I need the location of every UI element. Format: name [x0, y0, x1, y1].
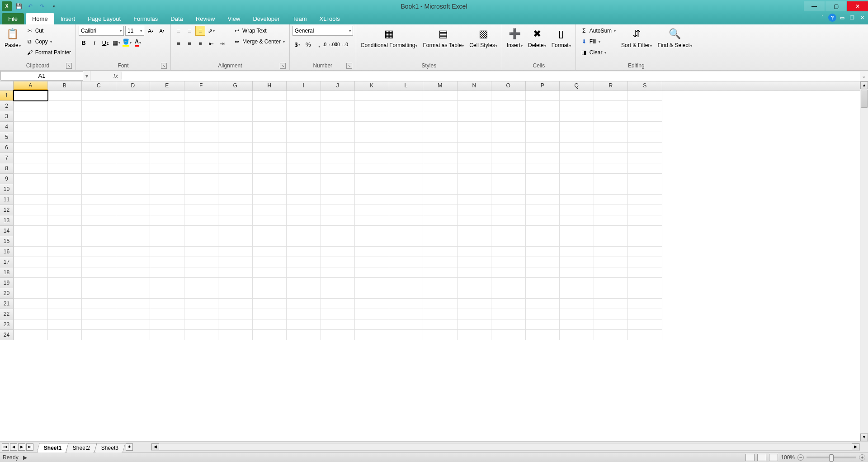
cell-B24[interactable] [48, 330, 82, 340]
cell-A11[interactable] [14, 195, 48, 205]
cell-I2[interactable] [287, 101, 321, 111]
find-select-button[interactable]: 🔍Find & Select▾ [656, 26, 693, 49]
scroll-up-icon[interactable]: ▲ [860, 81, 868, 89]
cell-P5[interactable] [526, 132, 560, 143]
cell-L23[interactable] [389, 319, 424, 330]
cell-H2[interactable] [253, 101, 287, 111]
cell-B4[interactable] [48, 122, 82, 132]
font-size-combo[interactable]: 11 [125, 26, 144, 36]
name-box-dropdown-icon[interactable]: ▾ [84, 73, 90, 79]
align-left-icon[interactable]: ≡ [174, 38, 184, 48]
cell-R17[interactable] [594, 257, 628, 267]
cell-D1[interactable] [116, 90, 151, 101]
cell-N21[interactable] [458, 299, 492, 309]
column-header-N[interactable]: N [458, 81, 492, 90]
sort-filter-button[interactable]: ⇵Sort & Filter▾ [619, 26, 654, 49]
cell-L10[interactable] [389, 184, 424, 195]
cell-H18[interactable] [253, 267, 287, 278]
cell-S3[interactable] [628, 111, 662, 122]
cell-J20[interactable] [321, 288, 355, 299]
row-header-2[interactable]: 2 [0, 101, 14, 111]
cell-S11[interactable] [628, 195, 662, 205]
cell-O11[interactable] [491, 195, 526, 205]
cell-P4[interactable] [526, 122, 560, 132]
cell-E12[interactable] [150, 205, 184, 215]
decrease-decimal-icon[interactable]: .00→.0 [336, 39, 346, 49]
cell-R7[interactable] [594, 153, 628, 163]
cell-L22[interactable] [389, 309, 424, 319]
cell-styles-button[interactable]: ▧Cell Styles▾ [467, 26, 499, 49]
cell-C10[interactable] [82, 184, 116, 195]
row-header-6[interactable]: 6 [0, 143, 14, 153]
cell-A24[interactable] [14, 330, 48, 340]
autosum-button[interactable]: ΣAutoSum▾ [579, 26, 618, 36]
cell-J5[interactable] [321, 132, 355, 143]
scroll-down-icon[interactable]: ▼ [860, 433, 868, 441]
cell-B15[interactable] [48, 236, 82, 247]
cell-M1[interactable] [423, 90, 458, 101]
cell-A1[interactable] [14, 90, 48, 101]
cell-I9[interactable] [287, 174, 321, 184]
zoom-level[interactable]: 100% [781, 454, 795, 461]
cell-C19[interactable] [82, 278, 116, 288]
cell-Q22[interactable] [560, 309, 594, 319]
tab-view[interactable]: View [221, 13, 246, 24]
tab-prev-icon[interactable]: ◀ [10, 443, 17, 451]
row-header-23[interactable]: 23 [0, 319, 14, 330]
cell-M2[interactable] [423, 101, 458, 111]
cell-R15[interactable] [594, 236, 628, 247]
cell-A14[interactable] [14, 226, 48, 236]
cell-S13[interactable] [628, 215, 662, 226]
cell-E13[interactable] [150, 215, 184, 226]
cell-I4[interactable] [287, 122, 321, 132]
cell-E21[interactable] [150, 299, 184, 309]
cell-P17[interactable] [526, 257, 560, 267]
cell-A17[interactable] [14, 257, 48, 267]
maximize-button[interactable]: ▢ [826, 1, 846, 11]
delete-cells-button[interactable]: ✖Delete▾ [526, 26, 548, 49]
cell-H14[interactable] [253, 226, 287, 236]
cell-L20[interactable] [389, 288, 424, 299]
cell-M22[interactable] [423, 309, 458, 319]
column-header-C[interactable]: C [82, 81, 116, 90]
cell-K12[interactable] [355, 205, 389, 215]
cell-N1[interactable] [458, 90, 492, 101]
cell-E17[interactable] [150, 257, 184, 267]
cell-Q20[interactable] [560, 288, 594, 299]
cell-S18[interactable] [628, 267, 662, 278]
cell-O12[interactable] [491, 205, 526, 215]
cell-J13[interactable] [321, 215, 355, 226]
cell-K3[interactable] [355, 111, 389, 122]
cell-B13[interactable] [48, 215, 82, 226]
number-format-combo[interactable]: General [292, 26, 353, 36]
tab-team[interactable]: Team [286, 13, 313, 24]
ribbon-minimize-hint-icon[interactable]: ˆ [818, 14, 826, 22]
cell-F5[interactable] [184, 132, 219, 143]
sheet-tab-sheet1[interactable]: Sheet1 [37, 443, 69, 452]
help-icon[interactable]: ? [828, 14, 836, 22]
cell-M17[interactable] [423, 257, 458, 267]
cell-D22[interactable] [116, 309, 151, 319]
bold-button[interactable]: B [79, 38, 89, 48]
cell-N14[interactable] [458, 226, 492, 236]
cell-R23[interactable] [594, 319, 628, 330]
align-right-icon[interactable]: ≡ [195, 38, 205, 48]
cell-F1[interactable] [184, 90, 219, 101]
column-header-I[interactable]: I [287, 81, 321, 90]
cell-C16[interactable] [82, 247, 116, 257]
clear-button[interactable]: ◨Clear▾ [579, 48, 618, 57]
cell-C8[interactable] [82, 163, 116, 174]
cell-G2[interactable] [218, 101, 253, 111]
cell-O2[interactable] [491, 101, 526, 111]
cell-G22[interactable] [218, 309, 253, 319]
formula-bar[interactable] [122, 71, 860, 81]
row-header-3[interactable]: 3 [0, 111, 14, 122]
cell-H4[interactable] [253, 122, 287, 132]
wrap-text-button[interactable]: ↩Wrap Text [231, 26, 287, 36]
column-header-D[interactable]: D [116, 81, 151, 90]
cell-S21[interactable] [628, 299, 662, 309]
cell-N13[interactable] [458, 215, 492, 226]
cell-J2[interactable] [321, 101, 355, 111]
cell-F12[interactable] [184, 205, 219, 215]
macro-record-icon[interactable]: ▶ [23, 454, 27, 461]
